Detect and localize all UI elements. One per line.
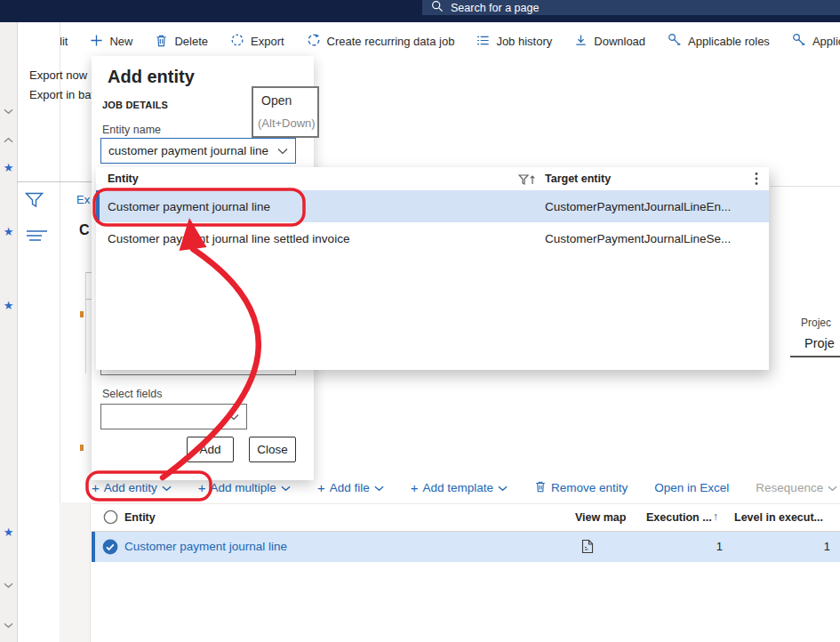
grid-col-level[interactable]: Level in execut...	[734, 511, 823, 524]
plus-icon	[90, 34, 103, 50]
filter-sort-icon[interactable]	[518, 173, 536, 189]
filter-pane	[18, 22, 60, 642]
sort-lines-icon[interactable]	[26, 229, 48, 245]
add-entity-button[interactable]: + Add entity	[92, 481, 172, 494]
dialog-title: Add entity	[108, 67, 195, 87]
panel-divider	[17, 181, 92, 182]
required-asterisk-fragment	[80, 311, 84, 317]
applicable-roles-2-button[interactable]: Applica	[792, 33, 840, 50]
chevron-down-icon	[228, 410, 239, 423]
plus-icon: +	[198, 481, 206, 494]
chevron-down-icon[interactable]	[0, 578, 17, 590]
tooltip-shortcut: (Alt+Down)	[258, 116, 316, 130]
entities-grid: Entity View map Execution ... ↑ Level in…	[92, 503, 840, 642]
tooltip-title: Open	[261, 93, 292, 108]
required-asterisk-fragment	[80, 445, 84, 451]
dropdown-col-target: Target entity	[545, 173, 611, 185]
hidden-panel-edge	[85, 272, 86, 373]
applicable-roles-button[interactable]: Applicable roles	[668, 33, 770, 50]
add-file-button[interactable]: + Add file	[317, 481, 384, 494]
create-recurring-data-job-button[interactable]: Create recurring data job	[307, 33, 455, 50]
selection-bar	[92, 532, 95, 562]
dropdown-row-selected[interactable]: Customer payment journal line CustomerPa…	[96, 190, 769, 222]
menu-item-export-in-batch[interactable]: Export in bat	[29, 85, 94, 105]
resequence-button[interactable]: Resequence	[756, 481, 837, 494]
chevron-down-icon	[281, 481, 291, 494]
hidden-panel-line	[85, 272, 92, 273]
filter-funnel-icon[interactable]	[25, 192, 44, 213]
clipped-link-text: Ex	[76, 193, 90, 206]
search-input[interactable]: Search for a page	[422, 0, 840, 15]
close-button[interactable]: Close	[249, 437, 296, 462]
chevron-down-icon[interactable]	[0, 618, 17, 630]
chevron-down-icon	[162, 481, 172, 494]
entity-name-combobox[interactable]: customer payment journal line	[100, 138, 296, 164]
key-icon	[792, 33, 806, 50]
download-icon	[574, 34, 588, 50]
add-button[interactable]: Add	[187, 437, 234, 462]
dashed-circle-icon	[230, 33, 244, 50]
open-tooltip: Open (Alt+Down)	[252, 86, 319, 138]
kebab-menu-icon[interactable]	[755, 172, 758, 189]
grid-col-entity[interactable]: Entity	[124, 511, 156, 524]
dropdown-header-row: Entity Target entity	[96, 167, 769, 191]
selection-bar	[96, 190, 100, 222]
field-underline	[790, 356, 840, 357]
clipped-heading-text: C	[79, 222, 90, 238]
select-fields-combobox[interactable]	[100, 404, 247, 429]
favorite-star-icon[interactable]: ★	[0, 526, 17, 539]
select-all-radio[interactable]	[103, 510, 118, 528]
grid-col-view-map[interactable]: View map	[575, 511, 626, 524]
plus-icon: +	[92, 481, 100, 494]
canvas-gutter	[60, 502, 91, 642]
hidden-panel-line	[85, 299, 92, 300]
clipped-project-value: Proje	[804, 336, 835, 350]
delete-button[interactable]: Delete	[155, 34, 208, 50]
chevron-down-icon[interactable]	[0, 104, 17, 116]
app-window: Search for a page Edit New Delete Export…	[0, 0, 840, 642]
entity-dropdown-flyout: Entity Target entity Customer payment jo…	[96, 167, 769, 370]
sort-ascending-arrow-icon: ↑	[713, 510, 718, 523]
select-fields-label: Select fields	[102, 388, 162, 400]
chevron-down-icon	[828, 481, 837, 494]
command-bar: Edit New Delete Export Create recurring …	[17, 22, 840, 60]
section-header: JOB DETAILS	[102, 100, 168, 110]
plus-icon: +	[411, 481, 419, 494]
dropdown-row[interactable]: Customer payment journal line settled in…	[96, 222, 769, 254]
add-multiple-button[interactable]: + Add multiple	[198, 481, 291, 494]
favorite-star-icon[interactable]: ★	[0, 300, 17, 312]
chevron-down-icon	[498, 481, 508, 494]
top-navigation-bar: Search for a page	[0, 0, 840, 22]
new-button[interactable]: New	[90, 34, 132, 50]
dropdown-col-entity: Entity	[108, 173, 139, 185]
grid-cell-level: 1	[749, 540, 830, 553]
add-template-button[interactable]: + Add template	[411, 481, 508, 494]
grid-row-selected[interactable]: Customer payment journal line 1 1	[92, 532, 840, 562]
job-history-button[interactable]: Job history	[476, 34, 552, 50]
key-icon	[668, 33, 682, 50]
export-menu: Export now Export in bat	[29, 66, 94, 105]
open-in-excel-button[interactable]: Open in Excel	[654, 481, 729, 494]
clipped-project-label: Projec	[801, 317, 831, 329]
remove-entity-button[interactable]: Remove entity	[534, 480, 628, 495]
plus-icon: +	[317, 481, 325, 494]
grid-header-row: Entity View map Execution ... ↑ Level in…	[92, 504, 840, 532]
download-button[interactable]: Download	[574, 34, 645, 50]
menu-item-export-now[interactable]: Export now	[29, 66, 94, 85]
trash-icon	[534, 480, 547, 495]
left-rail: ★ ★ ★ ★	[0, 22, 18, 642]
grid-col-execution[interactable]: Execution ...	[646, 511, 712, 524]
view-map-document-icon[interactable]	[581, 539, 594, 558]
chevron-up-icon[interactable]	[0, 132, 17, 145]
selected-check-icon[interactable]	[102, 539, 118, 558]
entity-name-value: customer payment journal line	[108, 144, 268, 157]
grid-cell-execution: 1	[634, 540, 723, 553]
panel-divider	[771, 186, 840, 187]
favorite-star-icon[interactable]: ★	[0, 162, 17, 174]
list-icon	[476, 34, 490, 50]
entity-name-label: Entity name	[102, 124, 161, 136]
favorite-star-icon[interactable]: ★	[0, 226, 17, 238]
chevron-down-icon	[374, 481, 384, 494]
grid-cell-entity[interactable]: Customer payment journal line	[124, 540, 287, 553]
export-button[interactable]: Export	[230, 33, 284, 50]
